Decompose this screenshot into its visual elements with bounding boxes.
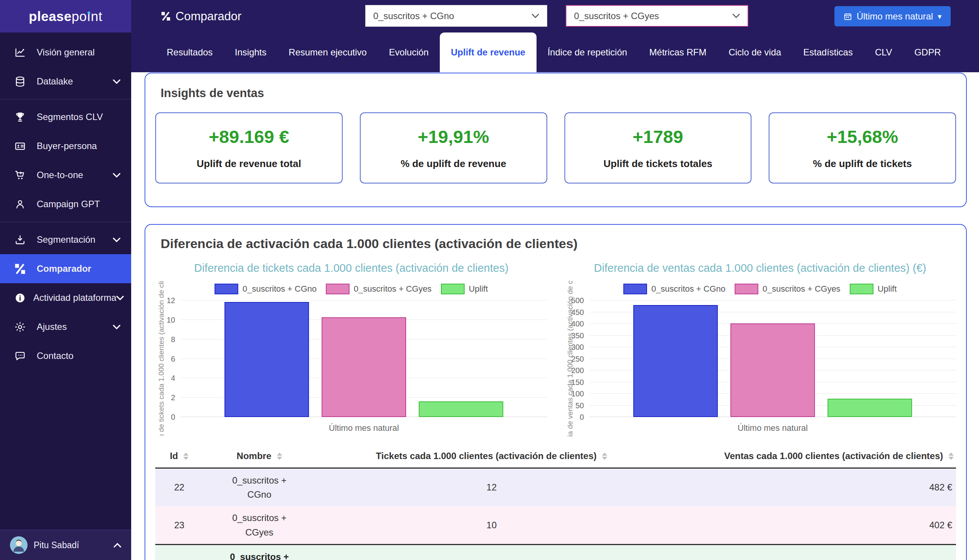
sidebar-item-label: Comparador <box>37 263 120 274</box>
sort-icon[interactable] <box>277 453 282 460</box>
tab-insights[interactable]: Insights <box>224 32 278 72</box>
x-axis-label: Último mes natural <box>589 423 956 434</box>
chevron-up-icon <box>113 543 121 548</box>
id-card-icon <box>15 140 29 152</box>
cell-id: 23 <box>155 506 203 544</box>
tab-uplift-de-revenue[interactable]: Uplift de revenue <box>440 32 537 72</box>
sidebar-item-contacto[interactable]: Contacto <box>0 342 131 370</box>
sidebar-item-one-to-one[interactable]: One-to-one <box>0 160 131 190</box>
bar-0-suscritos-cgno <box>225 302 309 417</box>
y-tick-label: 2 <box>157 394 175 402</box>
column-header-tickets-cada-1-000-clientes-ac[interactable]: Tickets cada 1.000 clientes (activación … <box>315 445 668 468</box>
download-icon <box>15 234 29 245</box>
user-menu[interactable]: Pitu Sabadí <box>0 530 131 560</box>
y-tick-label: 150 <box>565 378 584 386</box>
sidebar-item-label: Segmentos CLV <box>37 112 120 122</box>
cart-icon <box>15 169 29 181</box>
user-name: Pitu Sabadí <box>33 540 79 550</box>
y-tick-label: 10 <box>157 316 175 324</box>
tab-ciclo-de-vida[interactable]: Ciclo de vida <box>717 32 792 72</box>
cell-tickets: 12 <box>315 468 668 507</box>
sidebar-item-actividad-plataforma[interactable]: Actividad plataforma <box>0 283 131 312</box>
avatar <box>10 536 28 554</box>
y-tick-label: 0 <box>157 413 175 421</box>
sidebar-item-segmentos-clv[interactable]: Segmentos CLV <box>0 102 131 132</box>
y-tick-label: 400 <box>565 320 584 328</box>
cell-nombre: 0_suscritos + CGyes <box>203 506 315 544</box>
tab-indice-de-repeticion[interactable]: Índice de repetición <box>537 32 638 72</box>
segment-select-1[interactable]: 0_suscritos + CGno <box>365 5 547 27</box>
comparison-panel: Diferencia de activación cada 1.000 clie… <box>145 224 967 560</box>
y-tick-label: 0 <box>565 413 584 421</box>
sidebar: pleasepoınt Visión generalDatalakeSegmen… <box>0 0 131 560</box>
y-tick-label: 350 <box>565 332 584 340</box>
sidebar-item-label: Campaign GPT <box>37 199 120 210</box>
sidebar-item-label: Contacto <box>37 350 120 361</box>
bar-uplift <box>419 402 503 417</box>
y-tick-label: 8 <box>157 336 175 343</box>
plot-wrap: ia de ventas cada 1.000 clientes (activa… <box>564 300 956 434</box>
tab-clv[interactable]: CLV <box>864 32 903 72</box>
caret-down-icon: ▾ <box>938 13 942 20</box>
trophy-icon <box>15 111 29 123</box>
sidebar-item-segmentacion[interactable]: Segmentación <box>0 225 131 254</box>
column-header-id[interactable]: Id <box>155 445 203 468</box>
plot-area: 050100150200250300350400450500 <box>589 300 956 417</box>
sidebar-item-buyer-persona[interactable]: Buyer-persona <box>0 132 131 160</box>
sort-icon[interactable] <box>183 453 188 460</box>
tab-gdpr[interactable]: GDPR <box>903 32 952 72</box>
page-title: Comparador <box>161 0 241 32</box>
segment-select-2[interactable]: 0_suscritos + CGyes <box>565 5 749 27</box>
chevron-down-icon <box>113 325 120 330</box>
chevron-down-icon <box>113 79 120 84</box>
y-tick-label: 500 <box>565 297 584 304</box>
y-tick-label: 300 <box>565 343 584 351</box>
divider <box>0 222 131 222</box>
metric-label: Uplift de revenue total <box>197 158 301 170</box>
period-selector-button[interactable]: Último mes natural ▾ <box>834 6 951 27</box>
tab-resumen-ejecutivo[interactable]: Resumen ejecutivo <box>278 32 378 72</box>
sidebar-item-label: One-to-one <box>37 170 113 180</box>
legend-item-0-suscritos-cgno: 0_suscritos + CGno <box>215 283 317 294</box>
chart-tickets: Diferencia de tickets cada 1.000 cliente… <box>155 262 547 434</box>
chart-legend: 0_suscritos + CGno0_suscritos + CGyesUpl… <box>155 283 547 294</box>
tab-evolucion[interactable]: Evolución <box>378 32 440 72</box>
y-tick-label: 12 <box>157 297 175 304</box>
column-header-ventas-cada-1-000-clientes-act[interactable]: Ventas cada 1.000 clientes (activación d… <box>668 445 956 468</box>
bar-0-suscritos-cgyes <box>322 317 406 417</box>
user-icon <box>15 198 29 210</box>
y-tick-label: 50 <box>565 402 584 409</box>
legend-swatch <box>441 283 465 294</box>
chevron-down-icon <box>116 295 124 300</box>
sort-icon[interactable] <box>602 453 607 460</box>
column-header-nombre[interactable]: Nombre <box>203 445 315 468</box>
legend-item-0-suscritos-cgyes: 0_suscritos + CGyes <box>326 283 432 294</box>
sidebar-nav: Visión generalDatalakeSegmentos CLVBuyer… <box>0 32 131 530</box>
x-axis-label: Último mes natural <box>180 423 547 434</box>
logo-text-bold: please <box>29 9 72 24</box>
chevron-down-icon <box>113 173 120 178</box>
y-tick-label: 200 <box>565 367 584 374</box>
tab-resultados[interactable]: Resultados <box>156 32 224 72</box>
cell-ventas: 80 € <box>668 544 956 560</box>
legend-swatch <box>623 283 647 294</box>
sidebar-item-campaign-gpt[interactable]: Campaign GPT <box>0 190 131 218</box>
sidebar-item-label: Datalake <box>37 76 113 87</box>
sidebar-item-ajustes[interactable]: Ajustes <box>0 312 131 342</box>
sort-icon[interactable] <box>948 453 954 460</box>
sidebar-item-label: Buyer-persona <box>37 141 120 152</box>
sidebar-item-vision-general[interactable]: Visión general <box>0 38 131 67</box>
metric-label: % de uplift de tickets <box>813 158 912 170</box>
tab-bar: ResultadosInsightsResumen ejecutivoEvolu… <box>131 32 979 72</box>
y-tick-label: 450 <box>565 308 584 316</box>
cell-tickets: 10 <box>315 506 668 544</box>
gear-icon <box>15 321 29 333</box>
percent-icon <box>161 12 170 21</box>
tab-estadisticas[interactable]: Estadísticas <box>792 32 864 72</box>
gridline <box>180 300 547 300</box>
sidebar-item-datalake[interactable]: Datalake <box>0 67 131 96</box>
y-tick-label: 100 <box>565 390 584 398</box>
sidebar-item-comparador[interactable]: Comparador <box>0 254 131 283</box>
chevron-down-icon <box>532 13 539 18</box>
tab-metricas-rfm[interactable]: Métricas RFM <box>638 32 717 72</box>
